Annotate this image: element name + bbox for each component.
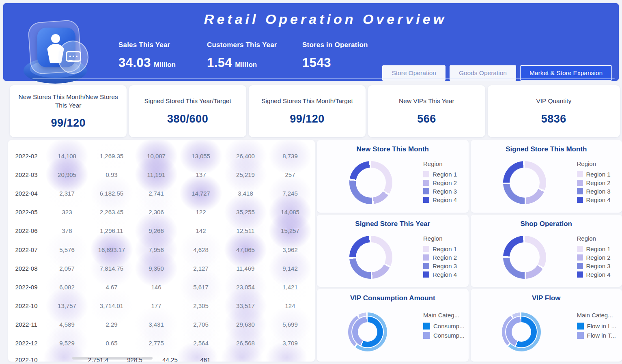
table-value-cell[interactable]: 1,421 <box>268 284 312 291</box>
table-value-cell[interactable]: 9,529 <box>45 340 89 347</box>
table-value-cell[interactable]: 14,085 <box>268 209 312 215</box>
table-value-cell[interactable]: 3,418 <box>223 190 268 197</box>
table-value-cell[interactable]: 29,630 <box>223 321 268 328</box>
donut-chart[interactable] <box>503 236 546 279</box>
table-value-cell[interactable]: 137 <box>179 171 223 178</box>
table-value-cell[interactable]: 9,350 <box>134 265 179 272</box>
table-row[interactable]: 2022-082,0577,814.759,3502,12711,4699,14… <box>8 259 315 278</box>
table-value-cell[interactable]: 0.93 <box>89 171 134 178</box>
table-value-cell[interactable]: 1,269.35 <box>89 153 134 159</box>
table-value-cell[interactable]: 14,727 <box>179 190 223 197</box>
table-value-cell[interactable]: 3,431 <box>134 321 179 328</box>
table-value-cell[interactable]: 257 <box>268 171 312 178</box>
table-value-cell[interactable]: 26,400 <box>223 153 268 159</box>
table-value-cell[interactable]: 378 <box>45 227 89 234</box>
table-value-cell[interactable]: 33,517 <box>223 302 268 309</box>
legend-item-region-1[interactable]: Region 1 <box>423 245 457 253</box>
table-value-cell[interactable]: 0.65 <box>89 340 134 347</box>
table-value-cell[interactable]: 146 <box>134 284 179 291</box>
table-value-cell[interactable]: 1,296.11 <box>89 227 134 234</box>
table-value-cell[interactable]: 4.67 <box>89 284 134 291</box>
table-value-cell[interactable]: 2,305 <box>179 302 223 309</box>
legend-item-region-2[interactable]: Region 2 <box>423 179 457 187</box>
legend-item-region-3[interactable]: Region 3 <box>577 187 611 196</box>
table-value-cell[interactable]: 142 <box>179 227 223 234</box>
table-row[interactable]: 2022-053232,263.452,30612235,25514,085 <box>8 203 315 222</box>
table-value-cell[interactable]: 6,182.55 <box>89 190 134 197</box>
legend-item-region-4[interactable]: Region 4 <box>423 270 457 279</box>
legend-item-flow-in-l[interactable]: Flow in L... <box>577 321 617 331</box>
table-row[interactable]: 2022-0320,9050.9311,19113725,219257 <box>8 165 315 184</box>
table-value-cell[interactable]: 23,054 <box>223 284 268 291</box>
table-value-cell[interactable]: 124 <box>268 302 312 309</box>
table-value-cell[interactable]: 13,055 <box>179 153 223 159</box>
table-value-cell[interactable]: 10,087 <box>134 153 179 159</box>
table-value-cell[interactable]: 5,617 <box>179 284 223 291</box>
table-value-cell[interactable]: 9,142 <box>268 265 312 272</box>
table-value-cell[interactable]: 26,568 <box>223 340 268 347</box>
table-value-cell[interactable]: 2,306 <box>134 209 179 215</box>
table-value-cell[interactable]: 3,714.01 <box>89 302 134 309</box>
table-row[interactable]: 2022-063781,296.119,26614212,51115,257 <box>8 222 315 240</box>
table-row[interactable]: 2022-1013,7573,714.011772,30533,517124 <box>8 297 315 315</box>
table-row[interactable]: 2022-075,57616,693.177,9564,62847,0653,9… <box>8 240 315 259</box>
table-value-cell[interactable]: 5,576 <box>45 246 89 253</box>
legend-item-region-2[interactable]: Region 2 <box>577 253 611 262</box>
table-value-cell[interactable]: 11,469 <box>223 265 268 272</box>
double-donut-chart[interactable] <box>502 312 541 351</box>
table-value-cell[interactable]: 13,757 <box>45 302 89 309</box>
legend-item-consump[interactable]: Consump... <box>423 331 465 340</box>
table-value-cell[interactable]: 122 <box>179 209 223 215</box>
table-value-cell[interactable]: 7,814.75 <box>89 265 134 272</box>
table-value-cell[interactable]: 5,699 <box>268 321 312 328</box>
table-value-cell[interactable]: 11,191 <box>134 171 179 178</box>
table-value-cell[interactable]: 20,905 <box>45 171 89 178</box>
table-row[interactable]: 2022-114,5892.293,4312,70529,6305,699 <box>8 315 315 334</box>
legend-item-region-2[interactable]: Region 2 <box>423 253 457 262</box>
table-value-cell[interactable]: 35,255 <box>223 209 268 215</box>
table-value-cell[interactable]: 8,739 <box>268 153 312 159</box>
table-value-cell[interactable]: 14,108 <box>45 153 89 159</box>
table-value-cell[interactable]: 3,962 <box>268 246 312 253</box>
table-value-cell[interactable]: 2,263.45 <box>89 209 134 215</box>
legend-item-region-3[interactable]: Region 3 <box>577 262 611 270</box>
donut-chart[interactable] <box>349 236 392 279</box>
table-value-cell[interactable]: 177 <box>134 302 179 309</box>
table-value-cell[interactable]: 2,741 <box>134 190 179 197</box>
table-value-cell[interactable]: 2.29 <box>89 321 134 328</box>
table-value-cell[interactable]: 2,564 <box>179 340 223 347</box>
table-value-cell[interactable]: 2,775 <box>134 340 179 347</box>
table-row[interactable]: 2022-129,5290.652,7752,56426,5683,709 <box>8 334 315 353</box>
legend-item-region-3[interactable]: Region 3 <box>423 262 457 270</box>
table-row[interactable]: 2022-096,0824.671465,61723,0541,421 <box>8 278 315 296</box>
table-value-cell[interactable]: 2,705 <box>179 321 223 328</box>
legend-item-region-2[interactable]: Region 2 <box>577 179 611 187</box>
legend-item-region-4[interactable]: Region 4 <box>577 270 611 279</box>
table-value-cell[interactable]: 9,266 <box>134 227 179 234</box>
legend-item-region-1[interactable]: Region 1 <box>577 245 611 253</box>
legend-item-region-1[interactable]: Region 1 <box>423 170 457 179</box>
table-value-cell[interactable]: 2,317 <box>45 190 89 197</box>
donut-chart[interactable] <box>349 161 392 204</box>
table-value-cell[interactable]: 4,628 <box>179 246 223 253</box>
donut-chart[interactable] <box>503 161 546 204</box>
legend-item-region-4[interactable]: Region 4 <box>577 196 611 204</box>
table-value-cell[interactable]: 47,065 <box>223 246 268 253</box>
table-value-cell[interactable]: 16,693.17 <box>89 246 134 253</box>
table-value-cell[interactable]: 25,219 <box>223 171 268 178</box>
table-value-cell[interactable]: 3,709 <box>268 340 312 347</box>
legend-item-region-3[interactable]: Region 3 <box>423 187 457 196</box>
table-value-cell[interactable]: 2,057 <box>45 265 89 272</box>
table-value-cell[interactable]: 12,511 <box>223 227 268 234</box>
legend-item-region-1[interactable]: Region 1 <box>577 170 611 179</box>
table-value-cell[interactable]: 6,082 <box>45 284 89 291</box>
table-value-cell[interactable]: 323 <box>45 209 89 215</box>
legend-item-flow-in-t[interactable]: Flow in T... <box>577 331 617 340</box>
table-value-cell[interactable]: 4,589 <box>45 321 89 328</box>
table-value-cell[interactable]: 7,956 <box>134 246 179 253</box>
table-value-cell[interactable]: 15,257 <box>268 227 312 234</box>
table-value-cell[interactable]: 2,127 <box>179 265 223 272</box>
legend-item-region-4[interactable]: Region 4 <box>423 196 457 204</box>
legend-item-consump[interactable]: Consump... <box>423 321 465 331</box>
table-value-cell[interactable]: 7,245 <box>268 190 312 197</box>
